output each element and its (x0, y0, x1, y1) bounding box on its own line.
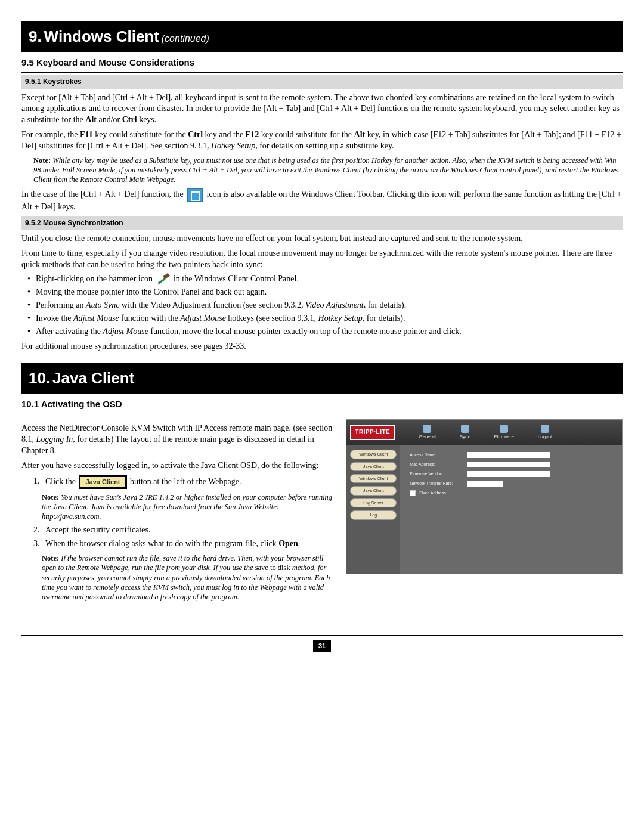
list-item: Click the Java Client button at the left… (42, 475, 335, 489)
ctrl-alt-del-icon (187, 188, 203, 202)
chapter-10-title: Java Client (52, 369, 134, 387)
tab-logout: Logout (538, 425, 552, 441)
list-item: Accept the security certificates. (42, 525, 335, 536)
field-input (467, 471, 550, 477)
section-9-5-2-title: 9.5.2 Mouse Synchronization (21, 216, 623, 230)
para-osd-2: After you have successfully logged in, t… (21, 460, 335, 472)
field-input (467, 462, 550, 467)
tab-firmware: Firmware (494, 425, 514, 441)
java-client-button-icon: Java Client (79, 475, 126, 489)
para-mouse-2: From time to time, especially if you cha… (21, 248, 623, 271)
field-input (467, 481, 503, 487)
hammer-icon (156, 274, 169, 285)
list-item: When the browser dialog asks what to do … (42, 538, 335, 550)
section-9-5-title: 9.5 Keyboard and Mouse Considerations (21, 52, 623, 73)
list-item: Performing an Auto Sync with the Video A… (30, 300, 623, 311)
section-9-5-1-title: 9.5.1 Keystrokes (21, 75, 623, 88)
list-item: Right-clicking on the hammer icon in the… (30, 274, 623, 285)
tab-sync: Sync (460, 425, 470, 441)
para-keystrokes-1: Except for [Alt + Tab] and [Ctrl + Alt +… (21, 92, 623, 126)
osd-steps-cont: Accept the security certificates. When t… (42, 525, 335, 550)
chapter-9-header: 9. Windows Client (continued) (21, 21, 623, 52)
note-substitute-key: Note: While any key may be used as a Sub… (33, 156, 623, 185)
chapter-9-number: 9. (29, 27, 42, 45)
side-btn: Windows Client (350, 474, 397, 483)
side-btn: Java Client (350, 462, 397, 471)
osd-steps: Click the Java Client button at the left… (42, 475, 335, 489)
note-save-to-disk: Note: If the browser cannot run the file… (42, 553, 335, 602)
chapter-9-suffix: (continued) (162, 33, 209, 44)
para-mouse-1: Until you close the remote connection, m… (21, 233, 623, 244)
note-java-jre: Note: You must have Sun's Java 2 JRE 1.4… (42, 493, 335, 522)
page-number: 31 (313, 640, 331, 652)
side-btn: Log Server (350, 498, 397, 507)
para-osd-1: Access the NetDirector Console KVM Switc… (21, 423, 335, 457)
chapter-10-number: 10. (29, 369, 50, 387)
checkbox-icon (410, 490, 416, 496)
chapter-9-title: Windows Client (44, 27, 159, 45)
screenshot-sidebar: Windows Client Java Client Windows Clien… (346, 445, 400, 574)
side-btn: Log (350, 510, 397, 519)
field-input (467, 452, 550, 458)
screenshot-main-panel: Access Name: Mac Address: Firmware Versi… (400, 445, 622, 574)
para-ctrl-alt-del-icon: In the case of the [Ctrl + Alt + Del] fu… (21, 188, 623, 213)
list-item: Invoke the Adjust Mouse function with th… (30, 313, 623, 324)
screenshot-topbar: TRIPP·LITE General Sync Firmware Logout (346, 420, 622, 445)
footer-rule (21, 635, 623, 636)
tab-general: General (419, 425, 435, 441)
side-btn: Java Client (350, 486, 397, 495)
tripplite-logo: TRIPP·LITE (350, 425, 395, 440)
section-10-1-title: 10.1 Activating the OSD (21, 394, 623, 414)
list-item: Moving the mouse pointer into the Contro… (30, 287, 623, 298)
remote-main-page-screenshot: TRIPP·LITE General Sync Firmware Logout … (346, 419, 623, 574)
para-keystrokes-2: For example, the F11 key could substitut… (21, 129, 623, 152)
mouse-sync-bullets: Right-clicking on the hammer icon in the… (30, 274, 623, 337)
para-mouse-more: For additional mouse synchronization pro… (21, 341, 623, 352)
chapter-10-header: 10. Java Client (21, 363, 623, 394)
side-btn: Windows Client (350, 450, 397, 459)
list-item: After activating the Adjust Mouse functi… (30, 326, 623, 337)
